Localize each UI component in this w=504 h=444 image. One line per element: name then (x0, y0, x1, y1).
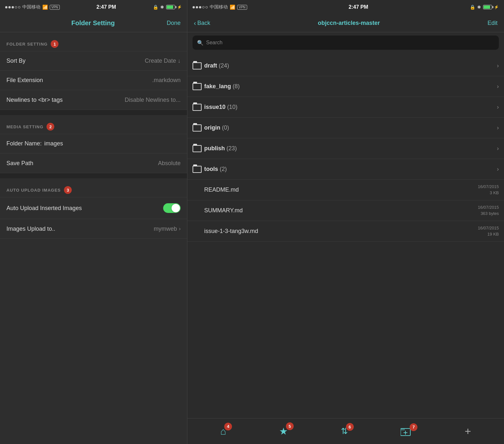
star-tab-button[interactable]: ★ 5 (279, 426, 288, 437)
folder-count-draft: 24 (221, 62, 227, 69)
folder-icon-wrap-issue10 (193, 104, 204, 111)
back-label: Back (197, 20, 210, 26)
file-row-readme[interactable]: README.md 16/07/2015 3 KB (187, 180, 504, 200)
chevron-fake-lang: › (497, 83, 499, 90)
signal-dot-5 (18, 6, 20, 8)
signal-dots (5, 6, 20, 8)
chevron-tools: › (497, 166, 499, 173)
folder-count-fake-lang: 8 (235, 83, 238, 90)
toggle-knob (172, 204, 180, 212)
folder-count-tools: 2 (222, 166, 225, 172)
nav-bar-left: Folder Setting Done (0, 14, 187, 32)
vpn-badge-right: VPN (237, 5, 247, 10)
chevron-draft: › (497, 62, 499, 69)
folder-name-row[interactable]: Folder Name: images (0, 134, 187, 153)
auto-upload-group: Auto Upload Inserted Images Images Uploa… (0, 197, 187, 239)
file-row-summary[interactable]: SUMMARY.md 16/07/2015 363 bytes (187, 200, 504, 221)
images-upload-to-label: Images Upload to.. (6, 226, 55, 232)
back-button[interactable]: ‹ Back (194, 19, 210, 27)
nav-bar-right-container: 中国移动 📶 VPN 2:47 PM 🔒 ✱ ⚡ ‹ Back objccn-a… (187, 0, 504, 32)
home-tab-button[interactable]: ⌂ 4 (220, 426, 226, 437)
lock-icon-left: 🔒 (153, 5, 158, 10)
auto-upload-toggle[interactable] (163, 203, 181, 213)
signal-dot-r2 (196, 6, 198, 8)
battery-fill-left (167, 5, 173, 9)
newlines-value: Disable Newlines to... (125, 97, 181, 103)
status-right-left-group: 中国移动 📶 VPN (193, 4, 247, 10)
folder-name-origin: origin (0) (204, 124, 229, 131)
repo-title: objccn-articles-master (318, 20, 380, 26)
lightning-icon-right: ⚡ (494, 5, 499, 9)
wifi-icon-right: 📶 (230, 5, 235, 10)
folder-row-issue10[interactable]: issue10 (10) › (187, 97, 504, 118)
status-right-left: 🔒 ✱ ⚡ (153, 5, 182, 10)
folder-row-publish[interactable]: publish (23) › (187, 138, 504, 159)
search-bar[interactable]: 🔍 Search (193, 36, 499, 50)
file-row-issue[interactable]: issue-1-3-tang3w.md 16/07/2015 19 KB (187, 221, 504, 242)
images-upload-to-row[interactable]: Images Upload to.. mymweb › (0, 219, 187, 238)
folder-setting-label: FOLDER SETTING (6, 42, 47, 47)
auto-upload-toggle-row[interactable]: Auto Upload Inserted Images (0, 197, 187, 219)
folder-setting-title: Folder Setting (71, 19, 115, 27)
folder-name-draft: draft (24) (204, 62, 229, 69)
time-left: 2:47 PM (97, 4, 116, 10)
signal-dots-right (193, 6, 208, 8)
sort-by-row[interactable]: Sort By Create Date ↓ (0, 51, 187, 71)
status-right-icons: 🔒 ✱ ⚡ (470, 5, 499, 10)
sort-tab-badge: 6 (346, 423, 354, 431)
file-info-summary: SUMMARY.md (204, 207, 478, 214)
newlines-row[interactable]: Newlines to <br> tags Disable Newlines t… (0, 90, 187, 110)
folder-add-tab-badge: 7 (410, 423, 417, 431)
search-placeholder: Search (206, 40, 223, 46)
folder-row-tools[interactable]: tools (2) › (187, 159, 504, 180)
battery-left (166, 5, 175, 9)
folder-name-publish: publish (23) (204, 145, 237, 152)
sort-by-value: Create Date ↓ (145, 58, 181, 64)
save-path-label: Save Path (6, 160, 33, 167)
folder-icon-issue10 (193, 104, 202, 111)
bluetooth-icon-left: ✱ (160, 5, 164, 10)
images-upload-to-text: mymweb (154, 226, 177, 232)
add-tab-button[interactable]: + (465, 425, 471, 438)
sort-tab-button[interactable]: ⇅ 6 (341, 426, 348, 436)
folder-add-tab-button[interactable]: 7 (401, 427, 412, 436)
home-tab-badge: 4 (224, 423, 232, 430)
lock-icon-right: 🔒 (470, 5, 475, 10)
done-button[interactable]: Done (167, 20, 181, 26)
signal-dot-r1 (193, 6, 195, 8)
file-info-issue: issue-1-3-tang3w.md (204, 228, 478, 235)
folder-icon-wrap-publish (193, 145, 204, 152)
folder-name-tools: tools (2) (204, 166, 227, 173)
search-bar-container: 🔍 Search (187, 32, 504, 53)
back-chevron-icon: ‹ (194, 19, 196, 27)
folder-row-origin[interactable]: origin (0) › (187, 118, 504, 138)
newlines-label: Newlines to <br> tags (6, 97, 63, 103)
auto-upload-toggle-label: Auto Upload Inserted Images (6, 205, 82, 212)
signal-dot-r3 (199, 6, 201, 8)
auto-upload-label: AUTO UPLOAD IMAGES (6, 188, 61, 193)
wifi-icon-left: 📶 (42, 5, 48, 10)
file-extension-row[interactable]: File Extension .markdown (0, 71, 187, 90)
carrier-left: 中国移动 (22, 4, 40, 10)
save-path-value: Absolute (158, 160, 181, 167)
folder-count-origin: 0 (224, 124, 227, 131)
status-bar-right: 中国移动 📶 VPN 2:47 PM 🔒 ✱ ⚡ (187, 0, 504, 14)
folder-row-fake-lang[interactable]: fake_lang (8) › (187, 76, 504, 97)
file-extension-value: .markdown (152, 77, 181, 84)
tab-bar: ⌂ 4 ★ 5 ⇅ 6 7 + (187, 418, 504, 444)
filename-readme: README.md (204, 186, 239, 193)
folder-row-draft[interactable]: draft (24) › (187, 56, 504, 76)
file-meta-readme: 16/07/2015 3 KB (478, 184, 499, 196)
filename-summary: SUMMARY.md (204, 207, 243, 214)
file-info-tools: tools (2) (204, 166, 494, 173)
file-info-readme: README.md (204, 186, 478, 193)
folder-icon-wrap-draft (193, 62, 204, 69)
folder-name-fake-lang: fake_lang (8) (204, 83, 240, 90)
folder-setting-section-header: FOLDER SETTING 1 (0, 32, 187, 51)
file-info-issue10: issue10 (10) (204, 104, 494, 111)
save-path-row[interactable]: Save Path Absolute (0, 153, 187, 173)
folder-icon-wrap-fake-lang (193, 83, 204, 90)
edit-button[interactable]: Edit (488, 20, 498, 26)
chevron-origin: › (497, 124, 499, 131)
right-panel: 中国移动 📶 VPN 2:47 PM 🔒 ✱ ⚡ ‹ Back objccn-a… (187, 0, 504, 444)
